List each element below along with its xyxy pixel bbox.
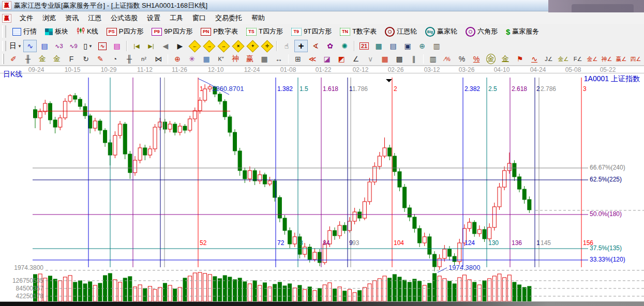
- wave-band-button[interactable]: ∿: [528, 53, 541, 65]
- gold-angle-button[interactable]: 金∠: [557, 53, 570, 65]
- gold-comb2-button[interactable]: 金: [50, 53, 64, 65]
- pct-button[interactable]: %: [455, 53, 469, 65]
- period-dropdown-button[interactable]: 日▼: [9, 40, 22, 52]
- t-square-button[interactable]: TST四方形: [242, 25, 287, 38]
- menu-help[interactable]: 帮助: [247, 12, 269, 24]
- info-list-button[interactable]: ▤: [38, 40, 51, 52]
- candle-style-button[interactable]: ▯▼: [81, 40, 95, 52]
- hand-tool-button[interactable]: ☝: [280, 40, 293, 52]
- shift-left-button[interactable]: ←: [188, 40, 201, 52]
- title-bar[interactable]: 赢 赢家江恩专业版[赢家服务平台] - [上证指数 SH1A0001-168日K…: [0, 0, 548, 11]
- remote-pc-button[interactable]: ▥: [430, 40, 443, 52]
- si-angle-button[interactable]: 四∠: [629, 53, 642, 65]
- tick-comb-button[interactable]: ╫: [123, 53, 136, 65]
- span-arrow-button[interactable]: ↔: [272, 53, 286, 65]
- hexagon-button[interactable]: 六角形: [461, 25, 502, 39]
- menu-file[interactable]: 文件: [16, 12, 37, 24]
- brush-tool-button[interactable]: ✐: [7, 53, 20, 65]
- target-button[interactable]: ⊕: [171, 53, 184, 65]
- next-bar-button[interactable]: ▶: [173, 40, 187, 52]
- grid-target-button[interactable]: ▦: [200, 53, 213, 65]
- calculator-button[interactable]: ▦: [372, 40, 385, 52]
- notes-button[interactable]: ▤: [386, 40, 400, 52]
- menu-trade[interactable]: 交易委托: [211, 12, 246, 24]
- first-bar-button[interactable]: |◀: [130, 40, 143, 52]
- time-comb-button[interactable]: ╫: [21, 53, 35, 65]
- starburst-button[interactable]: ✳: [185, 53, 199, 65]
- k-note-button[interactable]: K″: [214, 53, 228, 65]
- kline-chart-canvas[interactable]: [0, 66, 644, 301]
- grid-dark-button[interactable]: ▩: [393, 53, 406, 65]
- gann-wheel-button[interactable]: 江恩轮: [381, 25, 421, 39]
- crosshair-button[interactable]: +: [294, 40, 308, 52]
- red-pattern-button[interactable]: ∿: [96, 40, 109, 52]
- scale-list-button[interactable]: ▥: [426, 53, 440, 65]
- menu-gann[interactable]: 江恩: [84, 12, 106, 24]
- menu-window[interactable]: 窗口: [188, 12, 210, 24]
- zoom-all-button[interactable]: ✛: [260, 40, 274, 52]
- box-tool-button[interactable]: ⊞: [291, 53, 305, 65]
- wave9-button[interactable]: ∿9: [67, 40, 80, 52]
- pct-line-button[interactable]: %: [470, 53, 483, 65]
- prev-bar-button[interactable]: ◀: [159, 40, 172, 52]
- menu-browse[interactable]: 浏览: [38, 12, 60, 24]
- fan-grid-button[interactable]: ◩: [335, 53, 348, 65]
- gold2-angle-button[interactable]: 金∠: [586, 53, 599, 65]
- toolbar-grip[interactable]: [2, 41, 6, 52]
- t-number-button[interactable]: TNT数字表: [336, 25, 381, 38]
- parallel-button[interactable]: ∥: [407, 53, 421, 65]
- f-angle-button[interactable]: F∠: [571, 53, 585, 65]
- gold-circle-button[interactable]: 金: [484, 53, 498, 65]
- shen-angle-button[interactable]: 神∠: [600, 53, 613, 65]
- gold-comb-button[interactable]: 金: [36, 53, 49, 65]
- fan-lines-button[interactable]: ≪: [306, 53, 319, 65]
- expand-x-button[interactable]: ×: [231, 40, 245, 52]
- winner-wheel-button[interactable]: Big赢家轮: [421, 25, 461, 39]
- shen-comb-button[interactable]: 神: [229, 53, 242, 65]
- last-bar-button[interactable]: ▶|: [144, 40, 158, 52]
- mirror-fan-button[interactable]: ⋈: [152, 53, 165, 65]
- draw-line-button[interactable]: ∿: [23, 40, 37, 52]
- sectors-button[interactable]: 板块: [41, 25, 72, 38]
- spiro-tool-button[interactable]: ✺: [338, 40, 351, 52]
- mark-flag-button[interactable]: ⚑: [513, 53, 527, 65]
- n-square-button[interactable]: n²: [137, 53, 151, 65]
- gann-clock-button[interactable]: ◔: [108, 53, 122, 65]
- calendar-button[interactable]: 21: [357, 40, 371, 52]
- fib-comb-button[interactable]: F: [65, 53, 78, 65]
- fan-box-button[interactable]: ◪: [320, 53, 334, 65]
- kline-button[interactable]: K线: [72, 25, 102, 38]
- spiral-button[interactable]: ↻: [79, 53, 93, 65]
- toolbar-grip[interactable]: [2, 54, 4, 64]
- gold-line-button[interactable]: 金: [499, 53, 512, 65]
- menu-tools[interactable]: 工具: [166, 12, 187, 24]
- menu-formula-stockpick[interactable]: 公式选股: [107, 12, 142, 24]
- p9-square-button[interactable]: P99P四方形: [147, 25, 197, 38]
- quotes-button[interactable]: 行情: [8, 25, 41, 38]
- v-line-button[interactable]: ∨: [364, 53, 377, 65]
- menu-news[interactable]: 资讯: [61, 12, 83, 24]
- compress-x-button[interactable]: ↔: [217, 40, 230, 52]
- grid-red-button[interactable]: ▦: [378, 53, 392, 65]
- t9-square-button[interactable]: T99T四方形: [287, 25, 336, 38]
- p-square-button[interactable]: PSP四方形: [102, 25, 148, 38]
- j-angle-button[interactable]: J∠: [542, 53, 556, 65]
- pct-slash-button[interactable]: ∕%: [441, 53, 454, 65]
- ying-angle-button[interactable]: 赢∠: [615, 53, 628, 65]
- shift-right-button[interactable]: →: [202, 40, 216, 52]
- grid-123-button[interactable]: ▦: [258, 53, 271, 65]
- ying-comb-button[interactable]: 赢: [243, 53, 257, 65]
- p-number-button[interactable]: PNP数字表: [197, 25, 242, 38]
- angle-line-button[interactable]: ∠: [349, 53, 363, 65]
- save-button[interactable]: ▣: [401, 40, 414, 52]
- web-sync-button[interactable]: ⊕: [415, 40, 429, 52]
- angle-measure-button[interactable]: ∢: [309, 40, 322, 52]
- menu-settings[interactable]: 设置: [143, 12, 164, 24]
- toolbar-grip[interactable]: [2, 25, 6, 38]
- flower-tool-button[interactable]: ✿: [323, 40, 337, 52]
- profile-chart-button[interactable]: ▤: [110, 40, 124, 52]
- zoom-in-button[interactable]: +: [246, 40, 259, 52]
- wave3-button[interactable]: ∿3: [52, 40, 66, 52]
- measure-brush-button[interactable]: ✎: [94, 53, 107, 65]
- winner-service-button[interactable]: $赢家服务: [502, 25, 543, 38]
